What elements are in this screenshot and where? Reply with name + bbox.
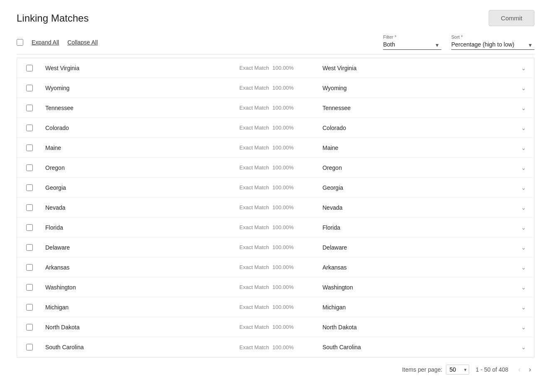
table-row: Delaware Exact Match 100.00% Delaware ⌄ bbox=[17, 238, 534, 257]
row-target-name: Wyoming bbox=[319, 80, 513, 96]
row-checkbox[interactable] bbox=[26, 85, 33, 91]
expand-row-icon[interactable]: ⌄ bbox=[521, 224, 526, 231]
match-type-label: Exact Match bbox=[239, 204, 269, 211]
expand-row-icon[interactable]: ⌄ bbox=[521, 125, 526, 131]
footer-row: Items per page: 50 25 100 ▼ 1 - 50 of 40… bbox=[17, 358, 534, 382]
expand-row-icon[interactable]: ⌄ bbox=[521, 105, 526, 111]
row-expand-cell: ⌄ bbox=[513, 339, 534, 355]
match-pct-label: 100.00% bbox=[273, 164, 294, 171]
row-checkbox[interactable] bbox=[26, 184, 33, 191]
filter-select[interactable]: Both Matched Unmatched bbox=[383, 40, 441, 50]
expand-all-button[interactable]: Expand All bbox=[28, 37, 62, 47]
row-source-name: Georgia bbox=[42, 179, 236, 196]
row-match-info: Exact Match 100.00% bbox=[236, 339, 319, 355]
row-checkbox[interactable] bbox=[26, 145, 33, 151]
match-pct-label: 100.00% bbox=[273, 244, 294, 250]
row-checkbox-cell bbox=[17, 80, 42, 96]
row-checkbox[interactable] bbox=[26, 244, 33, 251]
match-type-label: Exact Match bbox=[239, 304, 269, 310]
row-match-info: Exact Match 100.00% bbox=[236, 100, 319, 116]
expand-row-icon[interactable]: ⌄ bbox=[521, 324, 526, 331]
expand-row-icon[interactable]: ⌄ bbox=[521, 184, 526, 191]
match-type-label: Exact Match bbox=[239, 284, 269, 290]
row-target-name: Arkansas bbox=[319, 259, 513, 276]
row-checkbox[interactable] bbox=[26, 65, 33, 71]
row-target-name: Georgia bbox=[319, 179, 513, 196]
filter-select-wrapper: Both Matched Unmatched ▼ bbox=[383, 40, 441, 50]
row-target-name: Michigan bbox=[319, 299, 513, 316]
row-match-info: Exact Match 100.00% bbox=[236, 140, 319, 156]
table-row: Oregon Exact Match 100.00% Oregon ⌄ bbox=[17, 158, 534, 178]
match-type-label: Exact Match bbox=[239, 85, 269, 91]
row-checkbox[interactable] bbox=[26, 224, 33, 231]
row-checkbox-cell bbox=[17, 199, 42, 216]
row-source-name: Wyoming bbox=[42, 80, 236, 96]
collapse-all-button[interactable]: Collapse All bbox=[64, 37, 101, 47]
commit-button[interactable]: Commit bbox=[489, 10, 534, 26]
row-expand-cell: ⌄ bbox=[513, 159, 534, 176]
left-controls: Expand All Collapse All bbox=[17, 37, 101, 47]
match-pct-label: 100.00% bbox=[273, 145, 294, 151]
row-checkbox[interactable] bbox=[26, 324, 33, 331]
match-type-label: Exact Match bbox=[239, 125, 269, 131]
match-type-label: Exact Match bbox=[239, 244, 269, 250]
row-checkbox-cell bbox=[17, 339, 42, 355]
select-all-checkbox[interactable] bbox=[17, 39, 23, 46]
row-expand-cell: ⌄ bbox=[513, 80, 534, 96]
sort-select[interactable]: Percentage (high to low) Percentage (low… bbox=[451, 40, 534, 50]
row-checkbox-cell bbox=[17, 179, 42, 196]
row-checkbox[interactable] bbox=[26, 105, 33, 111]
row-match-info: Exact Match 100.00% bbox=[236, 159, 319, 176]
expand-row-icon[interactable]: ⌄ bbox=[521, 244, 526, 251]
expand-row-icon[interactable]: ⌄ bbox=[521, 204, 526, 211]
expand-row-icon[interactable]: ⌄ bbox=[521, 284, 526, 291]
table-row: Maine Exact Match 100.00% Maine ⌄ bbox=[17, 138, 534, 158]
controls-row: Expand All Collapse All Filter * Both Ma… bbox=[17, 34, 534, 54]
expand-row-icon[interactable]: ⌄ bbox=[521, 65, 526, 71]
row-match-info: Exact Match 100.00% bbox=[236, 179, 319, 196]
table-row: Georgia Exact Match 100.00% Georgia ⌄ bbox=[17, 178, 534, 198]
row-source-name: Florida bbox=[42, 219, 236, 236]
filter-label: Filter * bbox=[383, 34, 441, 39]
row-checkbox[interactable] bbox=[26, 125, 33, 131]
row-checkbox[interactable] bbox=[26, 284, 33, 291]
row-checkbox[interactable] bbox=[26, 264, 33, 271]
row-checkbox-cell bbox=[17, 239, 42, 256]
row-checkbox[interactable] bbox=[26, 344, 33, 350]
page-title: Linking Matches bbox=[17, 12, 89, 24]
match-type-label: Exact Match bbox=[239, 105, 269, 111]
match-type-label: Exact Match bbox=[239, 164, 269, 171]
expand-row-icon[interactable]: ⌄ bbox=[521, 164, 526, 171]
prev-page-button[interactable]: ‹ bbox=[515, 364, 524, 375]
sort-label: Sort * bbox=[451, 34, 534, 39]
expand-row-icon[interactable]: ⌄ bbox=[521, 304, 526, 311]
sort-select-wrapper: Percentage (high to low) Percentage (low… bbox=[451, 40, 534, 50]
expand-row-icon[interactable]: ⌄ bbox=[521, 344, 526, 350]
expand-row-icon[interactable]: ⌄ bbox=[521, 264, 526, 271]
match-pct-label: 100.00% bbox=[273, 344, 294, 350]
row-expand-cell: ⌄ bbox=[513, 140, 534, 156]
match-pct-label: 100.00% bbox=[273, 125, 294, 131]
row-target-name: Maine bbox=[319, 140, 513, 156]
row-expand-cell: ⌄ bbox=[513, 279, 534, 296]
next-page-button[interactable]: › bbox=[526, 364, 534, 375]
row-target-name: West Virginia bbox=[319, 60, 513, 76]
row-expand-cell: ⌄ bbox=[513, 120, 534, 136]
row-checkbox[interactable] bbox=[26, 164, 33, 171]
match-pct-label: 100.00% bbox=[273, 224, 294, 230]
match-pct-label: 100.00% bbox=[273, 85, 294, 91]
filter-group: Filter * Both Matched Unmatched ▼ bbox=[383, 34, 441, 50]
row-checkbox[interactable] bbox=[26, 304, 33, 311]
match-pct-label: 100.00% bbox=[273, 264, 294, 270]
row-target-name: Colorado bbox=[319, 120, 513, 136]
expand-row-icon[interactable]: ⌄ bbox=[521, 85, 526, 91]
row-expand-cell: ⌄ bbox=[513, 259, 534, 276]
row-match-info: Exact Match 100.00% bbox=[236, 199, 319, 216]
table-row: West Virginia Exact Match 100.00% West V… bbox=[17, 58, 534, 78]
row-checkbox[interactable] bbox=[26, 204, 33, 211]
expand-row-icon[interactable]: ⌄ bbox=[521, 145, 526, 151]
row-source-name: Tennessee bbox=[42, 100, 236, 116]
table-row: Michigan Exact Match 100.00% Michigan ⌄ bbox=[17, 297, 534, 317]
per-page-select[interactable]: 50 25 100 bbox=[446, 365, 469, 375]
row-checkbox-cell bbox=[17, 140, 42, 156]
